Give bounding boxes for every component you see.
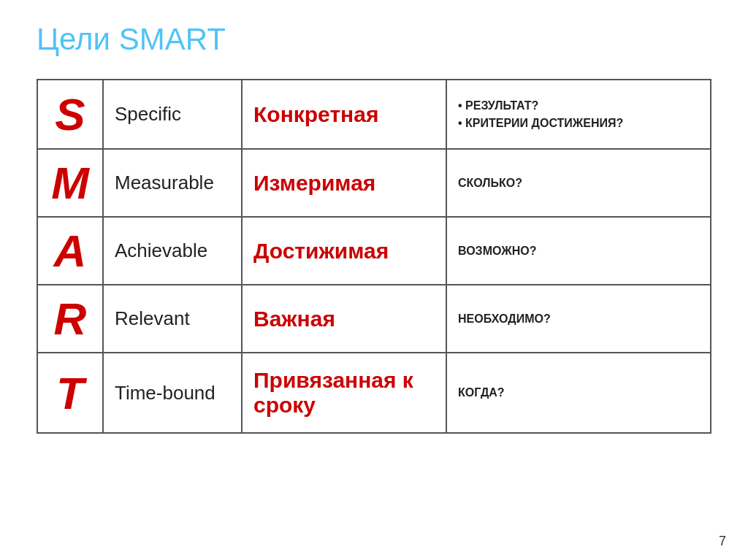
letter-t: T (37, 353, 103, 433)
russian-measurable: Измеримая (242, 149, 446, 217)
english-measurable: Measurable (103, 149, 242, 217)
russian-relevant: Важная (242, 285, 446, 353)
table-row: R Relevant Важная НЕОБХОДИМО? (37, 285, 711, 353)
english-specific: Specific (103, 80, 242, 149)
russian-timebound: Привязанная к сроку (242, 353, 446, 433)
page-container: Цели SMART S Specific Конкретная • РЕЗУЛ… (0, 0, 748, 560)
page-number: 7 (719, 534, 726, 549)
desc-measurable: СКОЛЬКО? (446, 149, 711, 217)
letter-a: A (37, 217, 103, 285)
table-row: S Specific Конкретная • РЕЗУЛЬТАТ?• КРИТ… (37, 80, 711, 149)
desc-relevant: НЕОБХОДИМО? (446, 285, 711, 353)
smart-table: S Specific Конкретная • РЕЗУЛЬТАТ?• КРИТ… (37, 79, 711, 434)
russian-specific: Конкретная (242, 80, 446, 149)
table-row: A Achievable Достижимая ВОЗМОЖНО? (37, 217, 711, 285)
english-relevant: Relevant (103, 285, 242, 353)
page-title: Цели SMART (37, 22, 711, 57)
table-row: M Measurable Измеримая СКОЛЬКО? (37, 149, 711, 217)
letter-m: M (37, 149, 103, 217)
english-timebound: Time-bound (103, 353, 242, 433)
desc-timebound: КОГДА? (446, 353, 711, 433)
letter-s: S (37, 80, 103, 149)
desc-specific: • РЕЗУЛЬТАТ?• КРИТЕРИИ ДОСТИЖЕНИЯ? (446, 80, 711, 149)
table-row: T Time-bound Привязанная к сроку КОГДА? (37, 353, 711, 433)
desc-achievable: ВОЗМОЖНО? (446, 217, 711, 285)
letter-r: R (37, 285, 103, 353)
russian-achievable: Достижимая (242, 217, 446, 285)
english-achievable: Achievable (103, 217, 242, 285)
